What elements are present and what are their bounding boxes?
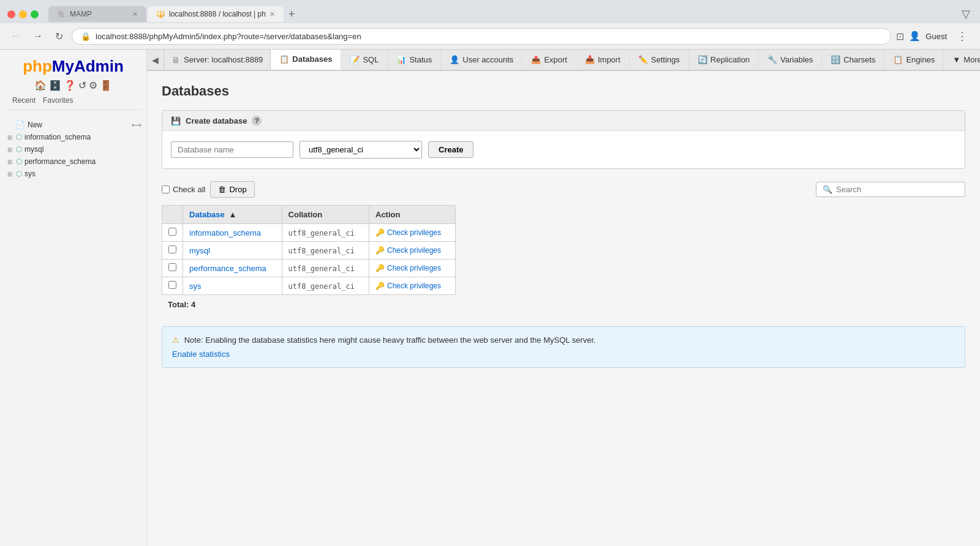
import-tab-label: Import [598,55,620,64]
address-bar[interactable]: 🔒 localhost:8888/phpMyAdmin5/index.php?r… [72,28,891,45]
profile-icon[interactable]: 👤 [909,31,921,42]
sidebar-tree: ⟷ 📄 New ⊞ ⬡ information_schema ⊞ ⬡ mysql [0,114,146,185]
row-db-name: performance_schema [183,260,282,277]
browser-minimize-icon[interactable]: ▽ [959,5,973,23]
database-toolbar: Check all 🗑 Drop 🔍 [162,181,965,198]
database-icon[interactable]: 🗄️ [49,80,61,91]
sidebar-item-performance_schema[interactable]: ⊞ ⬡ performance_schema [0,155,146,168]
drop-button[interactable]: 🗑 Drop [210,181,254,198]
collation-value: utf8_general_ci [288,247,355,255]
check-privileges-link[interactable]: 🔑 Check privileges [375,282,449,290]
database-link[interactable]: mysql [189,246,210,255]
row-action: 🔑 Check privileges [369,224,456,242]
database-link[interactable]: information_schema [189,228,261,237]
add-tab-button[interactable]: + [285,7,299,22]
browser-menu-icon[interactable]: ⋮ [952,27,973,45]
row-action: 🔑 Check privileges [369,260,456,277]
main-content: Databases 💾 Create database ? utf8_gener… [147,71,980,380]
check-all-checkbox[interactable] [162,185,170,193]
drop-icon: 🗑 [218,185,226,194]
row-checkbox[interactable] [168,263,176,271]
sidebar-quick-icons: 🏠 🗄️ ❓ ↺ ⚙ 🚪 [6,80,140,91]
engines-tab-icon: 📋 [893,55,903,64]
row-collation: utf8_general_ci [282,277,369,295]
sidebar-header: phpMyAdmin 🏠 🗄️ ❓ ↺ ⚙ 🚪 Recent Favorites [0,50,146,114]
active-tab-close-icon[interactable]: ✕ [270,10,275,18]
home-icon[interactable]: 🏠 [34,80,47,91]
row-checkbox-cell [162,277,183,295]
check-all-label[interactable]: Check all [162,185,205,194]
tab-databases[interactable]: 📋 Databases [271,50,341,70]
tab-charsets[interactable]: 🔡 Charsets [822,50,884,70]
refresh-icon[interactable]: ↺ [78,80,86,91]
create-db-icon: 💾 [171,116,181,125]
settings-tab-icon: ✏️ [638,55,648,64]
sidebar-nav-links: Recent Favorites [6,96,140,110]
create-database-header[interactable]: 💾 Create database ? [162,111,965,131]
database-name-input[interactable] [171,141,293,158]
tab-sql[interactable]: 📝 SQL [341,50,388,70]
browser-window: 🐘 MAMP ✕ 🔱 localhost:8888 / localhost | … [0,0,980,546]
top-nav: ◀ 🖥 Server: localhost:8889 📋 Databases 📝… [147,50,980,71]
expand-icon: ⊞ [7,159,12,165]
privileges-icon: 🔑 [375,282,385,290]
reload-button[interactable]: ↻ [51,28,67,45]
tab-settings[interactable]: ✏️ Settings [630,50,689,70]
note-box: ⚠ Note: Enabling the database statistics… [162,326,965,368]
nav-collapse-button[interactable]: ◀ [147,50,164,70]
databases-tab-icon: 📋 [279,54,289,64]
check-privileges-link[interactable]: 🔑 Check privileges [375,264,449,272]
maximize-window-button[interactable] [31,10,39,18]
tab-engines[interactable]: 📋 Engines [884,50,944,70]
row-checkbox[interactable] [168,245,176,253]
sql-tab-icon: 📝 [350,55,360,64]
tab-more[interactable]: ▼ More [944,50,980,70]
exit-icon[interactable]: 🚪 [100,80,112,91]
check-privileges-link[interactable]: 🔑 Check privileges [375,246,449,255]
replication-tab-label: Replication [710,55,750,64]
search-input[interactable] [836,185,959,194]
search-icon: 🔍 [823,185,832,194]
export-tab-label: Export [544,55,567,64]
row-db-name: sys [183,277,282,295]
tab-variables[interactable]: 🔧 Variables [759,50,822,70]
row-checkbox-cell [162,260,183,277]
close-window-button[interactable] [7,10,15,18]
sidebar-item-mysql[interactable]: ⊞ ⬡ mysql [0,143,146,155]
active-tab[interactable]: 🔱 localhost:8888 / localhost | ph ✕ [148,6,284,22]
help-icon[interactable]: ❓ [64,80,76,91]
tab-import[interactable]: 📥 Import [576,50,630,70]
sidebar-item-information_schema[interactable]: ⊞ ⬡ information_schema [0,131,127,143]
create-database-button[interactable]: Create [428,141,473,158]
row-checkbox[interactable] [168,228,176,236]
db-icon: ⬡ [16,133,22,141]
tab-status[interactable]: 📊 Status [388,50,441,70]
more-tab-label: More [963,55,980,64]
forward-button[interactable]: → [29,28,47,44]
expand-icon: ⊞ [7,146,12,153]
help-circle-icon[interactable]: ? [252,116,262,125]
back-button[interactable]: ← [7,28,24,44]
sidebar-item-new[interactable]: 📄 New [0,119,127,131]
tab-user-accounts[interactable]: 👤 User accounts [441,50,522,70]
check-privileges-link[interactable]: 🔑 Check privileges [375,228,449,237]
database-link[interactable]: performance_schema [189,264,266,273]
tab-export[interactable]: 📤 Export [522,50,576,70]
settings-sidebar-icon[interactable]: ⚙ [89,80,97,91]
logo-myadmin: MyAdmin [52,57,124,75]
recent-link[interactable]: Recent [12,96,36,105]
table-header-database[interactable]: Database ▲ [183,206,282,224]
variables-tab-label: Variables [780,55,813,64]
minimize-window-button[interactable] [19,10,27,18]
collation-select[interactable]: utf8_general_ci utf8mb4_general_ci latin… [300,141,422,159]
sidebar-collapse-button[interactable]: ⟷ [132,121,141,129]
sidebar-item-sys[interactable]: ⊞ ⬡ sys [0,168,146,180]
tab-replication[interactable]: 🔄 Replication [689,50,759,70]
database-link[interactable]: sys [189,282,202,291]
enable-statistics-link[interactable]: Enable statistics [172,350,230,359]
bookmark-icon[interactable]: ⊡ [896,31,904,42]
inactive-tab[interactable]: 🐘 MAMP ✕ [48,6,146,22]
favorites-link[interactable]: Favorites [43,96,73,105]
tab-close-icon[interactable]: ✕ [132,10,138,18]
row-checkbox[interactable] [168,281,176,289]
